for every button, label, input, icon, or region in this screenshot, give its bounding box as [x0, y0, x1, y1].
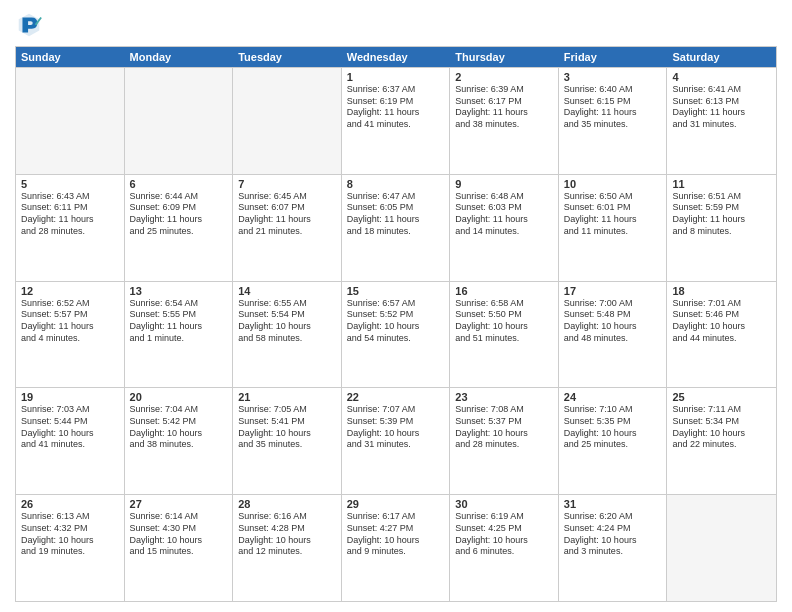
day-cell: 15Sunrise: 6:57 AM Sunset: 5:52 PM Dayli…: [342, 282, 451, 388]
day-info: Sunrise: 7:03 AM Sunset: 5:44 PM Dayligh…: [21, 404, 119, 451]
day-number: 19: [21, 391, 119, 403]
day-number: 16: [455, 285, 553, 297]
day-number: 26: [21, 498, 119, 510]
day-number: 1: [347, 71, 445, 83]
day-number: 12: [21, 285, 119, 297]
day-number: 25: [672, 391, 771, 403]
day-info: Sunrise: 6:19 AM Sunset: 4:25 PM Dayligh…: [455, 511, 553, 558]
page: SundayMondayTuesdayWednesdayThursdayFrid…: [0, 0, 792, 612]
day-number: 28: [238, 498, 336, 510]
day-number: 27: [130, 498, 228, 510]
day-info: Sunrise: 6:37 AM Sunset: 6:19 PM Dayligh…: [347, 84, 445, 131]
day-info: Sunrise: 6:50 AM Sunset: 6:01 PM Dayligh…: [564, 191, 662, 238]
day-info: Sunrise: 7:01 AM Sunset: 5:46 PM Dayligh…: [672, 298, 771, 345]
day-info: Sunrise: 7:04 AM Sunset: 5:42 PM Dayligh…: [130, 404, 228, 451]
day-cell: 22Sunrise: 7:07 AM Sunset: 5:39 PM Dayli…: [342, 388, 451, 494]
day-number: 22: [347, 391, 445, 403]
day-info: Sunrise: 6:57 AM Sunset: 5:52 PM Dayligh…: [347, 298, 445, 345]
day-cell: 3Sunrise: 6:40 AM Sunset: 6:15 PM Daylig…: [559, 68, 668, 174]
day-cell: 16Sunrise: 6:58 AM Sunset: 5:50 PM Dayli…: [450, 282, 559, 388]
day-cell: 11Sunrise: 6:51 AM Sunset: 5:59 PM Dayli…: [667, 175, 776, 281]
day-number: 17: [564, 285, 662, 297]
day-info: Sunrise: 6:44 AM Sunset: 6:09 PM Dayligh…: [130, 191, 228, 238]
day-number: 30: [455, 498, 553, 510]
day-number: 11: [672, 178, 771, 190]
day-cell: 29Sunrise: 6:17 AM Sunset: 4:27 PM Dayli…: [342, 495, 451, 601]
day-cell: 31Sunrise: 6:20 AM Sunset: 4:24 PM Dayli…: [559, 495, 668, 601]
day-cell: [233, 68, 342, 174]
day-info: Sunrise: 6:54 AM Sunset: 5:55 PM Dayligh…: [130, 298, 228, 345]
day-info: Sunrise: 6:13 AM Sunset: 4:32 PM Dayligh…: [21, 511, 119, 558]
day-info: Sunrise: 6:40 AM Sunset: 6:15 PM Dayligh…: [564, 84, 662, 131]
day-header-friday: Friday: [559, 47, 668, 67]
day-cell: 6Sunrise: 6:44 AM Sunset: 6:09 PM Daylig…: [125, 175, 234, 281]
day-info: Sunrise: 7:08 AM Sunset: 5:37 PM Dayligh…: [455, 404, 553, 451]
day-info: Sunrise: 6:47 AM Sunset: 6:05 PM Dayligh…: [347, 191, 445, 238]
day-cell: [125, 68, 234, 174]
day-headers: SundayMondayTuesdayWednesdayThursdayFrid…: [16, 47, 776, 67]
day-cell: 25Sunrise: 7:11 AM Sunset: 5:34 PM Dayli…: [667, 388, 776, 494]
day-cell: 2Sunrise: 6:39 AM Sunset: 6:17 PM Daylig…: [450, 68, 559, 174]
day-info: Sunrise: 6:45 AM Sunset: 6:07 PM Dayligh…: [238, 191, 336, 238]
logo-icon: [15, 10, 43, 38]
day-cell: 14Sunrise: 6:55 AM Sunset: 5:54 PM Dayli…: [233, 282, 342, 388]
week-row-3: 12Sunrise: 6:52 AM Sunset: 5:57 PM Dayli…: [16, 281, 776, 388]
day-info: Sunrise: 6:41 AM Sunset: 6:13 PM Dayligh…: [672, 84, 771, 131]
day-header-thursday: Thursday: [450, 47, 559, 67]
day-header-monday: Monday: [125, 47, 234, 67]
header: [15, 10, 777, 38]
day-info: Sunrise: 6:58 AM Sunset: 5:50 PM Dayligh…: [455, 298, 553, 345]
day-number: 10: [564, 178, 662, 190]
day-info: Sunrise: 6:48 AM Sunset: 6:03 PM Dayligh…: [455, 191, 553, 238]
day-cell: [16, 68, 125, 174]
day-info: Sunrise: 7:11 AM Sunset: 5:34 PM Dayligh…: [672, 404, 771, 451]
day-info: Sunrise: 6:14 AM Sunset: 4:30 PM Dayligh…: [130, 511, 228, 558]
day-cell: 21Sunrise: 7:05 AM Sunset: 5:41 PM Dayli…: [233, 388, 342, 494]
day-cell: 9Sunrise: 6:48 AM Sunset: 6:03 PM Daylig…: [450, 175, 559, 281]
day-cell: [667, 495, 776, 601]
day-number: 2: [455, 71, 553, 83]
week-row-5: 26Sunrise: 6:13 AM Sunset: 4:32 PM Dayli…: [16, 494, 776, 601]
day-cell: 20Sunrise: 7:04 AM Sunset: 5:42 PM Dayli…: [125, 388, 234, 494]
day-number: 31: [564, 498, 662, 510]
day-info: Sunrise: 6:16 AM Sunset: 4:28 PM Dayligh…: [238, 511, 336, 558]
day-info: Sunrise: 6:17 AM Sunset: 4:27 PM Dayligh…: [347, 511, 445, 558]
logo: [15, 10, 47, 38]
week-row-4: 19Sunrise: 7:03 AM Sunset: 5:44 PM Dayli…: [16, 387, 776, 494]
day-number: 7: [238, 178, 336, 190]
week-row-2: 5Sunrise: 6:43 AM Sunset: 6:11 PM Daylig…: [16, 174, 776, 281]
day-header-wednesday: Wednesday: [342, 47, 451, 67]
calendar-body: 1Sunrise: 6:37 AM Sunset: 6:19 PM Daylig…: [16, 67, 776, 601]
day-cell: 28Sunrise: 6:16 AM Sunset: 4:28 PM Dayli…: [233, 495, 342, 601]
day-cell: 4Sunrise: 6:41 AM Sunset: 6:13 PM Daylig…: [667, 68, 776, 174]
day-cell: 17Sunrise: 7:00 AM Sunset: 5:48 PM Dayli…: [559, 282, 668, 388]
day-number: 13: [130, 285, 228, 297]
day-cell: 8Sunrise: 6:47 AM Sunset: 6:05 PM Daylig…: [342, 175, 451, 281]
day-number: 6: [130, 178, 228, 190]
day-info: Sunrise: 6:39 AM Sunset: 6:17 PM Dayligh…: [455, 84, 553, 131]
day-number: 5: [21, 178, 119, 190]
day-info: Sunrise: 6:51 AM Sunset: 5:59 PM Dayligh…: [672, 191, 771, 238]
day-cell: 30Sunrise: 6:19 AM Sunset: 4:25 PM Dayli…: [450, 495, 559, 601]
day-cell: 1Sunrise: 6:37 AM Sunset: 6:19 PM Daylig…: [342, 68, 451, 174]
day-number: 8: [347, 178, 445, 190]
day-number: 4: [672, 71, 771, 83]
day-cell: 7Sunrise: 6:45 AM Sunset: 6:07 PM Daylig…: [233, 175, 342, 281]
day-info: Sunrise: 7:10 AM Sunset: 5:35 PM Dayligh…: [564, 404, 662, 451]
day-cell: 12Sunrise: 6:52 AM Sunset: 5:57 PM Dayli…: [16, 282, 125, 388]
day-header-sunday: Sunday: [16, 47, 125, 67]
day-info: Sunrise: 6:55 AM Sunset: 5:54 PM Dayligh…: [238, 298, 336, 345]
day-info: Sunrise: 7:07 AM Sunset: 5:39 PM Dayligh…: [347, 404, 445, 451]
day-number: 29: [347, 498, 445, 510]
day-cell: 18Sunrise: 7:01 AM Sunset: 5:46 PM Dayli…: [667, 282, 776, 388]
day-header-tuesday: Tuesday: [233, 47, 342, 67]
day-number: 18: [672, 285, 771, 297]
day-cell: 5Sunrise: 6:43 AM Sunset: 6:11 PM Daylig…: [16, 175, 125, 281]
day-number: 15: [347, 285, 445, 297]
day-number: 21: [238, 391, 336, 403]
day-info: Sunrise: 6:52 AM Sunset: 5:57 PM Dayligh…: [21, 298, 119, 345]
calendar: SundayMondayTuesdayWednesdayThursdayFrid…: [15, 46, 777, 602]
day-number: 9: [455, 178, 553, 190]
day-header-saturday: Saturday: [667, 47, 776, 67]
day-number: 20: [130, 391, 228, 403]
